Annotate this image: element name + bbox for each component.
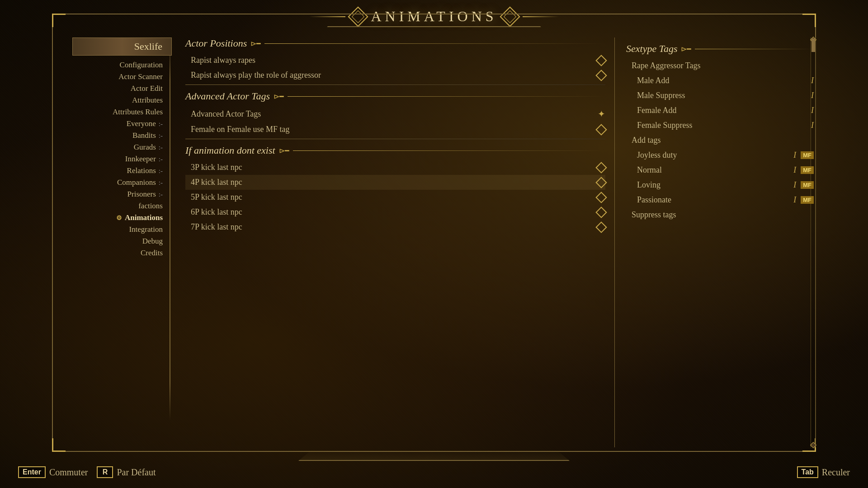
mf-tag: MF — [801, 181, 814, 189]
r-button[interactable]: R Par Défaut — [97, 466, 156, 478]
header-line-left — [309, 16, 345, 17]
separator — [185, 139, 605, 139]
kick-3p-control[interactable] — [597, 164, 605, 172]
sidebar-item-suffix: :- — [159, 120, 163, 128]
female-add-row[interactable]: Female Add I — [632, 103, 814, 118]
cross-icon: ✦ — [598, 108, 605, 119]
mf-tag: MF — [801, 196, 814, 204]
sidebar-item-animations[interactable]: ⚙ Animations — [72, 212, 172, 224]
tab-button[interactable]: Tab Reculer — [797, 466, 850, 478]
sidebar-item-attributes[interactable]: Attributes — [72, 94, 172, 106]
sidebar-item-attributes-rules[interactable]: Attributes Rules — [72, 106, 172, 118]
i-icon: I — [793, 150, 796, 160]
sidebar-item-label: Debug — [142, 237, 163, 246]
section-line — [293, 150, 605, 151]
female-mf-tag-control[interactable] — [597, 126, 605, 134]
sidebar-item-innkeeper[interactable]: Innkeeper :- — [72, 153, 172, 165]
sidebar-item-bandits[interactable]: Bandits :- — [72, 130, 172, 141]
sidebar-item-relations[interactable]: Relations :- — [72, 165, 172, 177]
scroll-arrow-bottom[interactable] — [810, 442, 816, 448]
passionate-row[interactable]: Passionate I MF — [632, 192, 814, 207]
sidebar-item-credits[interactable]: Credits — [72, 247, 172, 259]
sidebar-item-everyone[interactable]: Everyone :- — [72, 118, 172, 130]
loving-row[interactable]: Loving I MF — [632, 178, 814, 192]
rapist-always-rapes-control[interactable] — [597, 56, 605, 65]
normal-control[interactable]: I MF — [793, 165, 814, 175]
female-suppress-row[interactable]: Female Suppress I — [632, 118, 814, 133]
joyless-duty-row[interactable]: Joyless duty I MF — [632, 148, 814, 163]
kick-7p-control[interactable] — [597, 223, 605, 231]
female-add-control[interactable]: I — [811, 106, 814, 115]
sidebar-item-companions[interactable]: Companions :- — [72, 177, 172, 188]
sidebar-item-label: Bandits — [132, 131, 156, 140]
rape-aggressor-tags-row: Rape Aggressor Tags — [626, 58, 814, 73]
kick-6p-row[interactable]: 6P kick last npc — [185, 205, 605, 220]
link-icon: ⊳━ — [250, 39, 261, 48]
loving-control[interactable]: I MF — [793, 180, 814, 190]
gear-icon: ⚙ — [116, 214, 122, 222]
kick-4p-control[interactable] — [597, 178, 605, 187]
kick-5p-control[interactable] — [597, 193, 605, 202]
link-icon: ⊳━ — [681, 45, 691, 53]
suppress-tags-label: Suppress tags — [632, 210, 676, 220]
kick-3p-row[interactable]: 3P kick last npc — [185, 160, 605, 175]
normal-row[interactable]: Normal I MF — [632, 163, 814, 178]
male-add-control[interactable]: I — [811, 76, 814, 85]
add-tags-row: Add tags — [626, 133, 814, 148]
diamond-icon — [595, 177, 607, 188]
sidebar-item-suffix: :- — [159, 179, 163, 187]
female-suppress-control[interactable]: I — [811, 121, 814, 130]
sidebar-item-label: Credits — [141, 249, 163, 258]
rape-aggressor-tags-label: Rape Aggressor Tags — [632, 61, 700, 70]
sidebar-item-label: Everyone — [127, 119, 156, 128]
sidebar-item-label: factions — [138, 202, 163, 211]
kick-5p-label: 5P kick last npc — [191, 192, 242, 202]
kick-5p-row[interactable]: 5P kick last npc — [185, 190, 605, 205]
rapist-always-rapes-label: Rapist always rapes — [191, 56, 255, 65]
sidebar-item-label: Prisoners — [127, 190, 156, 199]
sidebar-item-factions[interactable]: factions — [72, 200, 172, 212]
if-animation-header: If animation dont exist ⊳━ — [185, 145, 605, 156]
rapist-aggressor-row[interactable]: Rapist always play the role of aggressor — [185, 68, 605, 83]
sidebar-item-prisoners[interactable]: Prisoners :- — [72, 188, 172, 200]
sidebar-item-actor-edit[interactable]: Actor Edit — [72, 83, 172, 94]
female-mf-tag-row[interactable]: Female on Female use MF tag — [185, 122, 605, 137]
content-area: Actor Positions ⊳━ Rapist always rapes R… — [172, 28, 814, 456]
sidebar-item-actor-scanner[interactable]: Actor Scanner — [72, 71, 172, 83]
diamond-icon — [595, 124, 607, 135]
male-add-row[interactable]: Male Add I — [632, 73, 814, 88]
section-line — [288, 96, 605, 97]
kick-4p-row[interactable]: 4P kick last npc — [185, 175, 605, 190]
advanced-actor-tags-header: Advanced Actor Tags ⊳━ — [185, 90, 605, 102]
kick-6p-label: 6P kick last npc — [191, 207, 242, 217]
diamond-icon — [595, 221, 607, 233]
mf-tag: MF — [801, 151, 814, 159]
right-panel: Sextype Tags ⊳━ Rape Aggressor Tags Male… — [615, 38, 814, 447]
male-suppress-control[interactable]: I — [811, 91, 814, 100]
sidebar-item-label: Configuration — [120, 61, 163, 70]
enter-key: Enter — [18, 466, 46, 478]
kick-7p-row[interactable]: 7P kick last npc — [185, 220, 605, 235]
advanced-actor-tags-control[interactable]: ✦ — [598, 108, 605, 119]
passionate-control[interactable]: I MF — [793, 195, 814, 205]
sidebar-item-integration[interactable]: Integration — [72, 224, 172, 235]
male-suppress-row[interactable]: Male Suppress I — [632, 88, 814, 103]
advanced-actor-tags-item-label: Advanced Actor Tags — [191, 109, 261, 119]
actor-positions-title: Actor Positions — [185, 38, 247, 49]
i-icon: I — [811, 106, 814, 115]
rapist-aggressor-control[interactable] — [597, 71, 605, 80]
advanced-actor-tags-item-row[interactable]: Advanced Actor Tags ✦ — [185, 106, 605, 122]
section-line — [264, 43, 605, 44]
normal-label: Normal — [637, 165, 662, 175]
diamond-icon — [595, 70, 607, 81]
sidebar-item-gurads[interactable]: Gurads :- — [72, 141, 172, 153]
joyless-duty-control[interactable]: I MF — [793, 150, 814, 160]
scroll-thumb[interactable] — [811, 38, 815, 52]
enter-button[interactable]: Enter Commuter — [18, 466, 88, 478]
sidebar-item-debug[interactable]: Debug — [72, 235, 172, 247]
diamond-icon — [595, 162, 607, 173]
rapist-always-rapes-row[interactable]: Rapist always rapes — [185, 53, 605, 68]
header: ANIMATIONS — [0, 0, 868, 28]
kick-6p-control[interactable] — [597, 208, 605, 216]
sidebar-item-configuration[interactable]: Configuration — [72, 59, 172, 71]
